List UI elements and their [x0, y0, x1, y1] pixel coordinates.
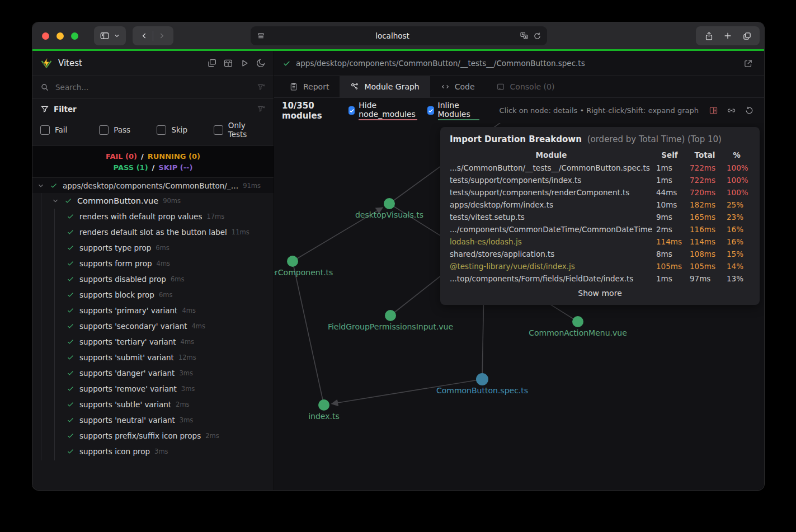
test-duration: 3ms — [154, 448, 168, 455]
pass-check-icon — [66, 322, 75, 331]
test-row[interactable]: renders default slot as the button label… — [32, 224, 274, 240]
filter-option-skip[interactable]: Skip — [157, 121, 213, 139]
close-window-button[interactable] — [42, 32, 49, 40]
graph-edge — [293, 261, 324, 405]
fullscreen-window-button[interactable] — [71, 32, 78, 40]
checked-checkbox-icon[interactable] — [348, 106, 355, 115]
checked-checkbox-icon[interactable] — [427, 106, 434, 115]
graph-node-index-ts[interactable] — [318, 399, 329, 411]
minimize-window-button[interactable] — [56, 32, 64, 40]
reset-graph-icon[interactable] — [745, 106, 754, 115]
graph-node-rendercomponent-ts[interactable] — [287, 256, 298, 267]
search-icon — [40, 83, 49, 92]
filter-option-pass[interactable]: Pass — [99, 121, 157, 139]
tab-report[interactable]: Report — [279, 76, 340, 97]
breakdown-row[interactable]: shared/stores/application.ts8ms108ms15% — [450, 248, 750, 260]
graph-controls: 10/350 modules Hide node_modules Inline … — [274, 98, 764, 123]
share-icon[interactable] — [700, 26, 717, 45]
module-graph-canvas[interactable]: desktopVisuals.tsrenderComponent.tsField… — [274, 123, 764, 490]
collapse-panels-icon[interactable] — [207, 58, 217, 68]
checkbox-icon[interactable] — [157, 125, 166, 135]
breakdown-row[interactable]: apps/desktop/form/index.ts10ms182ms25% — [450, 199, 750, 211]
tab-code[interactable]: Code — [430, 76, 486, 97]
test-label: supports form prop — [79, 259, 152, 268]
test-file-row[interactable]: apps/desktop/components/CommonButton/_… … — [32, 178, 274, 193]
graph-node-label: renderComponent.ts — [274, 268, 333, 277]
test-row[interactable]: supports 'danger' variant3ms — [32, 365, 274, 381]
breakdown-row[interactable]: ...top/components/Form/fields/FieldDate/… — [450, 272, 750, 285]
test-row[interactable]: supports disabled prop6ms — [32, 271, 274, 287]
back-button[interactable] — [136, 26, 153, 45]
breakdown-row[interactable]: lodash-es/lodash.js114ms114ms16% — [450, 236, 750, 248]
chevron-down-icon[interactable] — [36, 181, 45, 190]
test-duration: 12ms — [178, 354, 196, 361]
console-icon — [496, 82, 505, 91]
breakdown-row[interactable]: .../components/CommonDateTime/CommonDate… — [450, 223, 750, 236]
link-icon[interactable] — [727, 106, 736, 115]
test-row[interactable]: supports 'remove' variant3ms — [32, 381, 274, 397]
translate-icon[interactable] — [520, 31, 529, 40]
graph-node-commonactionmenu-vue[interactable] — [572, 316, 583, 327]
show-more-button[interactable]: Show more — [450, 289, 750, 298]
filter-option-only-tests[interactable]: Only Tests — [214, 121, 266, 139]
test-row[interactable]: supports prefix/suffix icon props2ms — [32, 428, 274, 444]
breakdown-pct: 15% — [723, 248, 750, 260]
address-bar[interactable]: localhost — [251, 26, 547, 45]
breakdown-row[interactable]: @testing-library/vue/dist/index.js105ms1… — [450, 260, 750, 272]
graph-node-commonbutton-spec-ts[interactable] — [476, 373, 488, 385]
checkbox-icon[interactable] — [99, 125, 109, 135]
external-link-icon[interactable] — [743, 59, 753, 68]
tab-module-graph[interactable]: Module Graph — [340, 76, 430, 97]
breakdown-subtitle: (ordered by Total Time) (Top 10) — [587, 134, 722, 144]
breakdown-module: apps/desktop/form/index.ts — [450, 199, 653, 211]
test-row[interactable]: supports 'subtle' variant2ms — [32, 397, 274, 412]
filter-option-fail[interactable]: Fail — [40, 121, 99, 139]
filter-option-label: Skip — [171, 125, 187, 134]
graph-legend-icon[interactable] — [709, 106, 718, 115]
forward-button[interactable] — [153, 26, 170, 45]
test-row[interactable]: supports 'neutral' variant3ms — [32, 412, 274, 428]
test-duration: 6ms — [159, 291, 173, 299]
toggle-label: Inline Modules — [438, 101, 479, 120]
pass-check-icon — [66, 212, 75, 221]
search-input[interactable] — [54, 82, 257, 92]
test-suite-row[interactable]: CommonButton.vue 90ms — [32, 193, 274, 209]
reader-icon[interactable] — [257, 32, 265, 40]
breakdown-title: Import Duration Breakdown — [450, 134, 582, 144]
test-row[interactable]: supports 'primary' variant4ms — [32, 303, 274, 318]
tab-console[interactable]: Console (0) — [486, 76, 566, 97]
run-all-icon[interactable] — [239, 58, 249, 68]
clear-search-filter-icon[interactable] — [257, 83, 266, 92]
test-label: supports 'primary' variant — [79, 306, 177, 315]
checkbox-icon[interactable] — [40, 125, 50, 135]
test-row[interactable]: supports 'submit' variant12ms — [32, 350, 274, 365]
test-row[interactable]: supports type prop6ms — [32, 240, 274, 256]
test-row[interactable]: renders with default prop values17ms — [32, 209, 274, 224]
reload-button[interactable] — [533, 32, 541, 40]
dashboard-icon[interactable] — [223, 58, 233, 68]
breakdown-row[interactable]: ...s/CommonButton/__tests__/CommonButton… — [450, 162, 750, 174]
test-row[interactable]: supports block prop6ms — [32, 287, 274, 303]
dark-mode-icon[interactable] — [256, 58, 266, 68]
hide-node-modules-toggle[interactable]: Hide node_modules — [348, 101, 418, 120]
test-row[interactable]: supports 'tertiary' variant4ms — [32, 334, 274, 350]
breakdown-row[interactable]: tests/support/components/renderComponent… — [450, 186, 750, 199]
new-tab-icon[interactable] — [719, 26, 736, 45]
test-duration: 3ms — [180, 416, 194, 424]
breakdown-row[interactable]: tests/vitest.setup.ts9ms165ms23% — [450, 211, 750, 223]
graph-hint: Click on node: details • Right-click/Shi… — [500, 106, 699, 115]
test-row[interactable]: supports 'secondary' variant4ms — [32, 318, 274, 334]
test-row[interactable]: supports icon prop3ms — [32, 444, 274, 459]
checkbox-icon[interactable] — [214, 125, 223, 135]
test-row[interactable]: supports form prop4ms — [32, 256, 274, 271]
browser-sidebar-toggle[interactable] — [94, 26, 126, 45]
breakdown-self: 105ms — [653, 260, 686, 272]
graph-node-fieldgrouppermissionsinput-vue[interactable] — [385, 310, 396, 321]
breakdown-row[interactable]: tests/support/components/index.ts1ms722m… — [450, 174, 750, 186]
chevron-down-icon[interactable] — [51, 196, 60, 205]
running-count: RUNNING (0) — [148, 152, 200, 161]
tab-overview-icon[interactable] — [738, 26, 755, 45]
clear-filter-icon[interactable] — [257, 105, 266, 114]
inline-modules-toggle[interactable]: Inline Modules — [427, 101, 479, 120]
graph-node-desktopvisuals-ts[interactable] — [384, 198, 395, 209]
